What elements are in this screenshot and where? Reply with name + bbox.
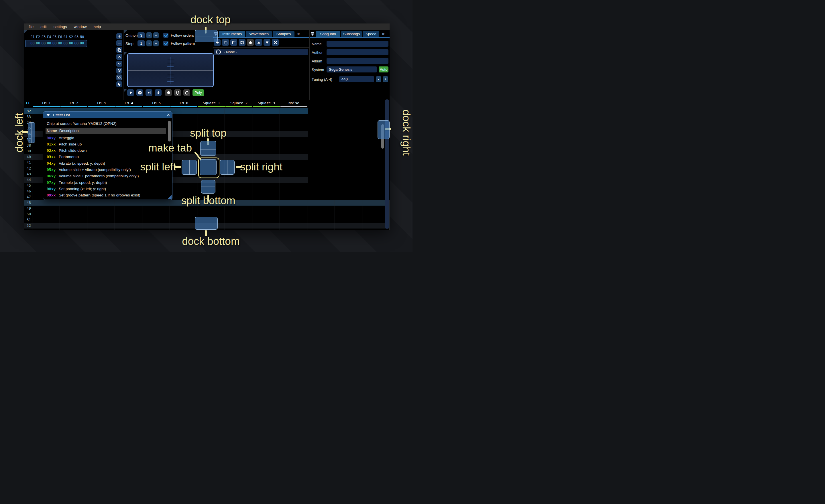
- pattern-cell[interactable]: [307, 200, 334, 205]
- follow-pattern-checkbox[interactable]: [163, 41, 168, 46]
- pattern-row-51[interactable]: 51: [24, 217, 390, 223]
- step-plus-button[interactable]: +: [153, 40, 159, 47]
- system-field[interactable]: Sega Genesis: [326, 67, 377, 72]
- pattern-cell[interactable]: [32, 229, 60, 230]
- pattern-cell[interactable]: [197, 114, 225, 120]
- effect-row-02xx[interactable]: 02xxPitch slide down: [46, 148, 166, 154]
- pattern-cell[interactable]: [197, 183, 225, 188]
- pattern-cell[interactable]: [169, 217, 197, 223]
- pattern-cell[interactable]: [197, 160, 225, 166]
- pattern-cell[interactable]: [280, 223, 307, 229]
- pattern-cell[interactable]: [142, 229, 169, 230]
- tuning-field[interactable]: 440: [339, 76, 374, 82]
- pattern-row-50[interactable]: 50: [24, 211, 390, 217]
- move-order-down-button[interactable]: [116, 61, 122, 67]
- tuning-plus-button[interactable]: +: [383, 76, 388, 82]
- pattern-cell[interactable]: [169, 229, 197, 230]
- tab-wavetables[interactable]: Wavetables: [246, 31, 272, 37]
- pattern-cell[interactable]: [252, 160, 280, 166]
- pattern-cell[interactable]: [197, 205, 225, 211]
- pattern-cell[interactable]: [197, 223, 225, 229]
- channel-header-fm-4[interactable]: FM 4: [115, 101, 143, 105]
- effect-row-05xy[interactable]: 05xyVolume slide + vibrato (compatibilit…: [46, 167, 166, 173]
- pattern-cell[interactable]: [252, 148, 280, 154]
- pattern-cell[interactable]: [280, 194, 307, 200]
- pattern-cell[interactable]: [169, 166, 197, 171]
- pattern-cell[interactable]: [252, 177, 280, 183]
- pattern-cell[interactable]: [169, 131, 197, 137]
- pattern-cell[interactable]: [252, 223, 280, 229]
- channel-header-noise[interactable]: Noise: [280, 101, 308, 105]
- tab-subsongs[interactable]: Subsongs: [341, 31, 362, 37]
- effect-list-scrollbar-thumb[interactable]: [168, 121, 171, 142]
- pattern-cell[interactable]: [197, 229, 225, 230]
- order-cell[interactable]: 00: [63, 41, 67, 45]
- order-edit-cursor-button[interactable]: [116, 81, 122, 87]
- tab-song-info[interactable]: Song Info: [316, 31, 340, 37]
- play-to-cursor-button[interactable]: [146, 89, 152, 96]
- step-value[interactable]: 1: [138, 40, 145, 47]
- pattern-cell[interactable]: [225, 125, 252, 131]
- pattern-cell[interactable]: [252, 131, 280, 137]
- effect-list-window[interactable]: Effect List × Chip at cursor: Yamaha YM2…: [43, 111, 172, 200]
- pattern-cell[interactable]: [252, 188, 280, 194]
- pattern-cell[interactable]: [252, 125, 280, 131]
- pattern-cell[interactable]: [169, 200, 197, 205]
- pattern-cell[interactable]: [169, 194, 197, 200]
- octave-plus-button[interactable]: +: [153, 32, 159, 38]
- tab-speed[interactable]: Speed: [363, 31, 379, 37]
- pattern-cell[interactable]: [280, 131, 307, 137]
- pattern-cell[interactable]: [142, 211, 169, 217]
- channel-header-square-1[interactable]: Square 1: [198, 101, 225, 105]
- pattern-cell[interactable]: [169, 154, 197, 160]
- octave-value[interactable]: 3: [138, 32, 145, 38]
- add-order-button[interactable]: [116, 33, 122, 39]
- effect-row-01xx[interactable]: 01xxPitch slide up: [46, 141, 166, 147]
- effect-row-04xy[interactable]: 04xyVibrato (x: speed; y: depth): [46, 160, 166, 166]
- pattern-cell[interactable]: [169, 223, 197, 229]
- pattern-cell[interactable]: [32, 217, 60, 223]
- pattern-cell[interactable]: [252, 143, 280, 148]
- pattern-cell[interactable]: [252, 200, 280, 205]
- pattern-cell[interactable]: [115, 217, 142, 223]
- pattern-cell[interactable]: [169, 183, 197, 188]
- pattern-cell[interactable]: [307, 205, 334, 211]
- pattern-cell[interactable]: [280, 166, 307, 171]
- channel-header-square-2[interactable]: Square 2: [225, 101, 253, 105]
- pattern-cell[interactable]: [307, 229, 334, 230]
- channel-header-fm-2[interactable]: FM 2: [60, 101, 88, 105]
- pattern-cell[interactable]: [197, 131, 225, 137]
- pattern-cell[interactable]: [169, 143, 197, 148]
- pattern-cell[interactable]: [225, 131, 252, 137]
- pattern-cell[interactable]: [280, 154, 307, 160]
- pattern-cell[interactable]: [169, 114, 197, 120]
- pattern-cell[interactable]: [280, 229, 307, 230]
- pattern-cell[interactable]: [225, 148, 252, 154]
- pattern-cell[interactable]: [252, 114, 280, 120]
- pattern-cell[interactable]: [225, 137, 252, 143]
- delete-button[interactable]: [272, 39, 279, 46]
- pattern-cell[interactable]: [225, 229, 252, 230]
- step-minus-button[interactable]: -: [146, 40, 152, 47]
- effect-row-08xy[interactable]: 08xySet panning (x: left; y: right): [46, 185, 166, 192]
- resize-grip[interactable]: [167, 195, 171, 199]
- save-instrument-button[interactable]: [239, 39, 245, 46]
- pattern-cell[interactable]: [225, 114, 252, 120]
- pattern-cell[interactable]: [252, 183, 280, 188]
- pattern-cell[interactable]: [197, 148, 225, 154]
- effect-row-03xx[interactable]: 03xxPortamento: [46, 154, 166, 160]
- album-field[interactable]: [326, 58, 388, 64]
- name-field[interactable]: [326, 41, 388, 47]
- pattern-cell[interactable]: [197, 154, 225, 160]
- pattern-row-48[interactable]: 48: [24, 200, 390, 205]
- pattern-cell[interactable]: [225, 183, 252, 188]
- duplicate-to-end-button[interactable]: [116, 68, 122, 74]
- pattern-cell[interactable]: [142, 217, 169, 223]
- close-icon[interactable]: ×: [167, 112, 170, 118]
- pattern-cell[interactable]: [334, 217, 362, 223]
- pattern-cell[interactable]: [280, 148, 307, 154]
- pattern-cell[interactable]: [169, 125, 197, 131]
- pattern-cell[interactable]: [60, 211, 87, 217]
- channel-header-fm-3[interactable]: FM 3: [88, 101, 115, 105]
- pattern-cell[interactable]: [142, 200, 169, 205]
